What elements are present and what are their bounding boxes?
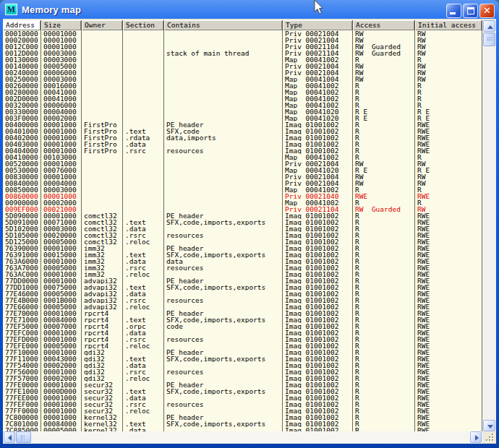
horizontal-scroll-thumb[interactable] bbox=[16, 431, 31, 443]
memory-row[interactable]: 763A700000005000imm32.rsrcresourcesImag … bbox=[3, 264, 482, 271]
memory-row[interactable]: 77F5600000001000gdi32.rsrcresourcesImag … bbox=[3, 369, 482, 375]
cell-address: 77E70000 bbox=[3, 310, 41, 316]
horizontal-scrollbar[interactable] bbox=[3, 431, 482, 444]
memory-row[interactable]: 0040400000001000FirstPro.rsrcresourcesIm… bbox=[3, 147, 482, 154]
memory-row[interactable]: 0083000000001000Priv 00021004RWRW bbox=[3, 173, 482, 180]
memory-row[interactable]: 77E6600000005000advapi32.relocImag 01001… bbox=[3, 303, 482, 310]
column-header-contains[interactable]: Contains bbox=[164, 20, 283, 30]
memory-row[interactable]: 7C80100000084000kernel32.textSFX,code,im… bbox=[3, 421, 482, 427]
memory-row[interactable]: 77E7000000001000rpcrt4PE headerImag 0100… bbox=[3, 310, 482, 316]
memory-row[interactable]: 77EFD00000001000rpcrt4.rsrcresourcesImag… bbox=[3, 336, 482, 343]
cell-type: Imag 01001002 bbox=[283, 356, 353, 362]
cell-address: 77FEE000 bbox=[3, 395, 41, 401]
memory-row[interactable]: 0024000000006000Priv 00021004RWRW bbox=[3, 69, 482, 76]
minimize-button[interactable] bbox=[446, 4, 461, 18]
cell-type: Map 00041002 bbox=[283, 56, 353, 63]
cell-section: .text bbox=[123, 128, 164, 134]
memory-row[interactable]: 77FEE00000001000secur32.dataImag 0100100… bbox=[3, 395, 482, 401]
cell-size: 00001000 bbox=[41, 245, 82, 251]
memory-row[interactable]: 77E4600000005000advapi32.dataImag 010010… bbox=[3, 290, 482, 297]
memory-row[interactable]: 5D10200000003000comctl32.dataImag 010010… bbox=[3, 225, 482, 232]
scroll-up-button[interactable] bbox=[483, 20, 495, 32]
memory-row[interactable]: 0040300000001000FirstPro.dataImag 010010… bbox=[3, 141, 482, 147]
memory-row[interactable]: 77E7100000084000rpcrt4.textSFX,code,impo… bbox=[3, 316, 482, 323]
column-header-owner[interactable]: Owner bbox=[82, 20, 123, 30]
memory-row[interactable]: 0026000000016000Map 00041002RR bbox=[3, 82, 482, 89]
cell-size: 00020000 bbox=[41, 232, 82, 238]
memory-row[interactable]: 0090000000002000Map 00041002RR bbox=[3, 199, 482, 206]
cell-contains: PE header bbox=[164, 349, 283, 356]
memory-row[interactable]: 763A600000001000imm32.datadataImag 01001… bbox=[3, 258, 482, 264]
memory-row[interactable]: 0086000000001000Priv 00021040RWERWE bbox=[3, 193, 482, 199]
app-icon[interactable]: M bbox=[5, 4, 17, 15]
cell-section bbox=[123, 50, 164, 56]
memory-row[interactable]: 77DD100000075000advapi32.textSFX,code,im… bbox=[3, 284, 482, 290]
memory-row[interactable]: 77EFC00000001000rpcrt4.dataImag 01001002… bbox=[3, 329, 482, 336]
memory-row[interactable]: 0032000000006000Map 00041002RR bbox=[3, 102, 482, 108]
memory-row[interactable]: 77FEF00000001000secur32.rsrcresourcesIma… bbox=[3, 401, 482, 408]
memory-row[interactable]: 77F1100000043000gdi32.textSFX,code,impor… bbox=[3, 356, 482, 362]
memory-row[interactable]: 0085000000003000Map 00041002RR bbox=[3, 186, 482, 193]
memory-row[interactable]: 0012C00000001000Priv 00021104RW GuardedR… bbox=[3, 43, 482, 50]
memory-row[interactable]: 0001000000001000Priv 00021004RWRW bbox=[3, 30, 482, 37]
memory-row[interactable]: 0033000000004000Map 00041020R ER E bbox=[3, 108, 482, 115]
memory-row[interactable]: 0041000000103000Map 00041002RR bbox=[3, 154, 482, 160]
vertical-scrollbar[interactable] bbox=[482, 20, 496, 431]
scroll-right-button[interactable] bbox=[470, 431, 482, 443]
cell-owner bbox=[82, 115, 123, 121]
memory-row[interactable]: 7C80000000001000kernel32PE headerImag 01… bbox=[3, 414, 482, 421]
memory-row[interactable]: 002D000000041000Map 00041002RR bbox=[3, 95, 482, 102]
cell-size: 0000D000 bbox=[41, 388, 82, 395]
memory-row[interactable]: 77FE000000001000secur32PE headerImag 010… bbox=[3, 382, 482, 388]
cell-section: .data bbox=[123, 290, 164, 297]
cell-contains bbox=[164, 102, 283, 108]
memory-row[interactable]: 77EFE00000005000rpcrt4.relocImag 0100100… bbox=[3, 343, 482, 349]
memory-row[interactable]: 0040000000001000FirstProPE headerImag 01… bbox=[3, 121, 482, 128]
titlebar[interactable]: M Memory map ✕ bbox=[0, 0, 499, 19]
column-header-section[interactable]: Section bbox=[123, 20, 164, 30]
memory-row[interactable]: 7639100000015000imm32.textSFX,code,impor… bbox=[3, 251, 482, 258]
memory-row[interactable]: 5D09000000001000comctl32PE headerImag 01… bbox=[3, 212, 482, 219]
memory-row[interactable]: 77E4B0000001B000advapi32.rsrcresourcesIm… bbox=[3, 297, 482, 303]
memory-row[interactable]: 0025000000003000Map 00041004RWRW bbox=[3, 76, 482, 82]
memory-row[interactable]: 0013000000003000Map 00041002RR bbox=[3, 56, 482, 63]
memory-row[interactable]: 77DD000000001000advapi32PE headerImag 01… bbox=[3, 277, 482, 284]
memory-row[interactable]: 0002000000001000Priv 00021004RWRW bbox=[3, 37, 482, 43]
memory-row[interactable]: 0052000000001000Priv 00021004RWRW bbox=[3, 160, 482, 167]
memory-row[interactable]: 5D12500000005000comctl32.relocImag 01001… bbox=[3, 238, 482, 245]
memory-row[interactable]: 77F1000000001000gdi32PE headerImag 01001… bbox=[3, 349, 482, 356]
memory-row[interactable]: 0028000000041000Map 00041002RR bbox=[3, 89, 482, 95]
scroll-down-button[interactable] bbox=[483, 420, 495, 431]
cell-access: R bbox=[353, 349, 415, 356]
memory-row[interactable]: 763AC00000001000imm32.relocImag 01001002… bbox=[3, 271, 482, 277]
memory-row[interactable]: 77F5700000002000gdi32.relocImag 01001002… bbox=[3, 375, 482, 382]
memory-row[interactable]: 0014000000005000Priv 00021004RWRW bbox=[3, 63, 482, 69]
memory-row[interactable]: 0040100000001000FirstPro.textSFX,codeIma… bbox=[3, 128, 482, 134]
cell-size: 00084000 bbox=[41, 421, 82, 427]
memory-row[interactable]: 0040200000001000FirstPro.rdatadata,impor… bbox=[3, 134, 482, 141]
memory-row[interactable]: 7639000000001000imm32PE headerImag 01001… bbox=[3, 245, 482, 251]
memory-row[interactable]: 77F5400000002000gdi32.dataImag 01001002R… bbox=[3, 362, 482, 369]
memory-row[interactable]: 009EF00000021000Priv 00021104RW GuardedR… bbox=[3, 206, 482, 212]
maximize-button[interactable] bbox=[463, 4, 478, 18]
vertical-scroll-thumb[interactable] bbox=[483, 33, 495, 46]
memory-row[interactable]: 5D09100000071000comctl32.textSFX,code,im… bbox=[3, 219, 482, 225]
memory-row[interactable]: 003F000000002000Map 00041020R ER E bbox=[3, 115, 482, 121]
column-header-address[interactable]: Address bbox=[3, 20, 41, 30]
column-header-initial_access[interactable]: Initial access bbox=[415, 20, 482, 30]
column-header-type[interactable]: Type bbox=[283, 20, 353, 30]
resize-grip[interactable] bbox=[482, 431, 496, 444]
memory-row[interactable]: 0053000000076000Map 00041020R ER E bbox=[3, 167, 482, 173]
close-button[interactable]: ✕ bbox=[479, 4, 495, 18]
memory-row[interactable]: 5D10500000020000comctl32.rsrcresourcesIm… bbox=[3, 232, 482, 238]
column-header-size[interactable]: Size bbox=[41, 20, 82, 30]
memory-row[interactable]: 77FE10000000D000secur32.textSFX,code,imp… bbox=[3, 388, 482, 395]
cell-type: Imag 01001002 bbox=[283, 336, 353, 343]
cell-size: 00001000 bbox=[41, 349, 82, 356]
memory-row[interactable]: 77FF000000001000secur32.relocImag 010010… bbox=[3, 408, 482, 414]
scroll-left-button[interactable] bbox=[4, 431, 15, 443]
memory-row[interactable]: 0012D00000003000stack of main threadPriv… bbox=[3, 50, 482, 56]
column-header-access[interactable]: Access bbox=[353, 20, 415, 30]
memory-row[interactable]: 77EF500000007000rpcrt4.orpccodeImag 0100… bbox=[3, 323, 482, 329]
memory-row[interactable]: 0084000000004000Priv 00021004RWRW bbox=[3, 180, 482, 186]
